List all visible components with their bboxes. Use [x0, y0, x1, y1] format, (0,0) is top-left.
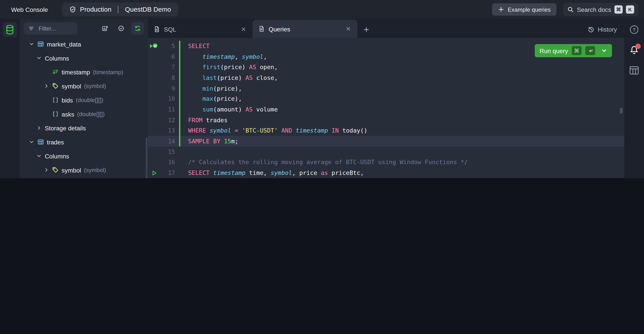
check-circle-icon	[118, 25, 124, 32]
sort-icon	[52, 69, 59, 75]
chevron-right-icon[interactable]	[36, 125, 42, 131]
app-title: Web Console	[11, 6, 48, 13]
tree-item-asks[interactable]: asks(double[][])	[20, 107, 148, 121]
tag-icon	[52, 83, 59, 89]
tree-item-type: (double[][])	[76, 97, 104, 103]
tree-item-symbol[interactable]: symbol(symbol)	[20, 163, 148, 177]
code-line-14[interactable]: 14 SAMPLE BY 15m;	[148, 136, 624, 146]
code-line-16[interactable]: 16 /* Calculates the rolling moving aver…	[148, 157, 624, 168]
line-number: 16	[160, 159, 179, 166]
example-queries-label: Example queries	[508, 6, 551, 13]
search-docs-label: Search docs	[577, 6, 611, 13]
tree-item-type: (double[][])	[77, 111, 105, 117]
history-button[interactable]: History	[588, 26, 617, 33]
code-line-12[interactable]: 12 FROM trades	[148, 115, 624, 125]
notification-badge	[636, 44, 641, 49]
help-button[interactable]: ?	[629, 25, 639, 36]
tab-label: Queries	[268, 25, 290, 32]
code-line-17[interactable]: 17 SELECT timestamp time, symbol, price …	[148, 168, 624, 178]
code-text: first(price) AS open,	[180, 64, 624, 70]
close-icon[interactable]	[240, 26, 247, 33]
instance-name: QuestDB Demo	[125, 6, 171, 13]
tree-item-columns[interactable]: Columns	[20, 51, 148, 65]
tree-item-label: trades	[47, 138, 64, 145]
return-keycap	[585, 46, 595, 55]
schema-tree: market_dataColumnstimestamp(timestamp)sy…	[20, 37, 148, 178]
code-line-10[interactable]: 10 max(price),	[148, 93, 624, 104]
notifications-button[interactable]	[629, 45, 639, 57]
chevron-down-icon[interactable]	[29, 41, 34, 47]
chevron-down-icon[interactable]	[601, 48, 607, 54]
line-number: 15	[160, 148, 179, 155]
tree-item-label: symbol	[62, 83, 81, 90]
code-text: last(price) AS close,	[180, 74, 624, 81]
new-tab-button[interactable]	[363, 26, 370, 33]
exec-indicator	[179, 146, 180, 157]
filter-box[interactable]	[24, 22, 77, 35]
code-line-9[interactable]: 9 min(price),	[148, 83, 624, 93]
code-line-7[interactable]: 7 first(price) AS open,	[148, 62, 624, 72]
run-query-button[interactable]: Run query ⌘	[535, 44, 612, 57]
k-keycap: K	[626, 5, 634, 14]
run-marker-icon[interactable]	[148, 43, 160, 49]
chevron-right-icon[interactable]	[44, 166, 49, 173]
chevron-down-icon[interactable]	[36, 55, 42, 61]
code-line-15[interactable]: 15	[148, 146, 624, 157]
instance-badge[interactable]: Production QuestDB Demo	[62, 3, 178, 17]
sidebar-scrollbar[interactable]	[146, 137, 148, 178]
sync-icon	[134, 25, 141, 32]
chevron-down-icon[interactable]	[29, 139, 34, 145]
add-table-button[interactable]	[98, 22, 111, 35]
code-text: sum(amount) AS volume	[180, 106, 624, 113]
tree-item-timestamp[interactable]: timestamp(timestamp)	[20, 65, 148, 79]
search-docs-button[interactable]: Search docs ⌘ K	[563, 3, 638, 16]
chevron-right-icon[interactable]	[44, 83, 49, 89]
history-icon	[588, 26, 594, 33]
environment-label: Production	[80, 6, 111, 13]
array-icon	[52, 97, 59, 103]
questdb-logo[interactable]	[3, 22, 17, 37]
activity-bar	[0, 19, 20, 178]
tag-icon	[52, 166, 59, 173]
line-number: 10	[160, 96, 179, 102]
code-text: FROM trades	[180, 117, 624, 123]
code-editor[interactable]: 5 SELECT 6 timestamp, symbol, 7 first(pr…	[148, 38, 624, 179]
run-marker-icon[interactable]	[148, 170, 160, 176]
divider	[118, 6, 118, 13]
code-line-13[interactable]: 13 WHERE symbol = 'BTC-USDT' AND timesta…	[148, 125, 624, 136]
file-icon	[258, 26, 265, 32]
line-number: 8	[160, 74, 179, 81]
tree-item-label: Columns	[45, 152, 69, 159]
tab-label: SQL	[164, 26, 176, 33]
tree-item-columns[interactable]: Columns	[20, 149, 148, 163]
chevron-down-icon[interactable]	[36, 153, 42, 159]
line-number: 17	[160, 170, 179, 176]
panel-toggle-button[interactable]	[629, 66, 639, 77]
tab-sql[interactable]: SQL	[148, 21, 252, 38]
tree-item-storage-details[interactable]: Storage details	[20, 121, 148, 135]
reload-schema-button[interactable]	[132, 22, 144, 35]
code-line-8[interactable]: 8 last(price) AS close,	[148, 72, 624, 83]
code-text: SAMPLE BY 15m;	[180, 138, 624, 144]
file-icon	[154, 26, 160, 33]
tree-item-trades[interactable]: trades	[20, 135, 148, 149]
code-text: WHERE symbol = 'BTC-USDT' AND timestamp …	[180, 127, 624, 134]
code-text: /* Calculates the rolling moving average…	[180, 159, 624, 166]
tree-item-label: bids	[62, 97, 73, 104]
schema-sidebar: market_dataColumnstimestamp(timestamp)sy…	[20, 19, 148, 178]
tree-item-market-data[interactable]: market_data	[20, 37, 148, 51]
example-queries-button[interactable]: Example queries	[492, 3, 556, 16]
top-bar: Web Console Production QuestDB Demo Exam…	[0, 0, 644, 19]
tab-queries[interactable]: Queries	[252, 20, 357, 38]
filter-input[interactable]	[38, 25, 71, 32]
code-line-11[interactable]: 11 sum(amount) AS volume	[148, 104, 624, 115]
tree-item-bids[interactable]: bids(double[][])	[20, 93, 148, 107]
run-query-label: Run query	[540, 47, 568, 54]
plus-icon	[498, 6, 504, 13]
validate-button[interactable]	[115, 22, 127, 35]
line-number: 12	[160, 117, 179, 123]
tree-item-symbol[interactable]: symbol(symbol)	[20, 79, 148, 93]
close-icon[interactable]	[345, 26, 352, 32]
tree-item-side[interactable]: side(symbol)	[20, 177, 148, 178]
editor-scrollbar[interactable]	[620, 108, 622, 113]
